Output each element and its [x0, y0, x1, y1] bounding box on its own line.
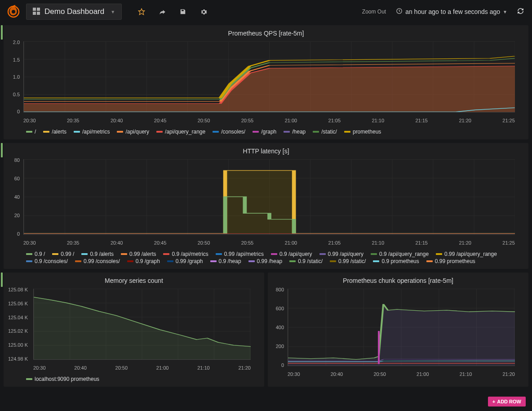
legend-item[interactable]: /alerts [43, 129, 66, 135]
axis-tick: 125.00 K [4, 342, 28, 348]
save-button[interactable] [176, 4, 190, 19]
legend-item[interactable]: 0.9 /api/query_range [371, 251, 429, 257]
axis-tick: 20:50 [115, 365, 128, 371]
legend-label: 0.9 /graph [136, 258, 160, 264]
legend-swatch [216, 253, 222, 255]
legend-item[interactable]: 0.99 /consoles/ [75, 258, 120, 264]
axis-tick: 21:15 [415, 118, 428, 123]
legend-item[interactable]: 0.99 / [52, 251, 74, 257]
axis-tick: 20:35 [67, 118, 80, 123]
legend-item[interactable]: 0.9 /static/ [289, 258, 323, 264]
legend-item[interactable]: 0.9 /alerts [81, 251, 114, 257]
grafana-logo[interactable] [4, 3, 22, 21]
legend-item[interactable]: 0.99 /static/ [330, 258, 366, 264]
legend-item[interactable]: /api/query_range [156, 129, 205, 135]
legend-swatch [319, 253, 326, 255]
dashboard-picker[interactable]: Demo Dashboard ▼ [26, 4, 122, 20]
chart-area-chunk: 8006004002000 [268, 287, 528, 368]
axis-tick: 600 [268, 306, 284, 311]
nav-actions [134, 4, 211, 19]
panel-qps[interactable]: Prometheus QPS [rate-5m] 2.01.51.00.50 2… [4, 25, 528, 139]
legend-label: /heap [292, 129, 306, 135]
legend-label: /api/metrics [82, 129, 110, 135]
legend-item[interactable]: 0.99 /api/query [319, 251, 364, 257]
axis-tick: 124.98 K [4, 356, 28, 362]
legend-item[interactable]: /graph [253, 129, 276, 135]
legend-item[interactable]: 0.99 /heap [248, 258, 283, 264]
axis-tick: 21:25 [502, 240, 515, 246]
legend-item[interactable]: /api/metrics [74, 129, 110, 135]
add-row-button[interactable]: + ADD ROW [488, 397, 526, 407]
legend-swatch [213, 131, 219, 133]
axis-tick: 20:40 [331, 371, 343, 377]
legend-item[interactable]: 0.9 / [26, 251, 45, 257]
axis-tick: 125.04 K [4, 315, 28, 320]
panel-chunk[interactable]: Prometheus chunk operations [rate-5m] 80… [268, 273, 528, 387]
legend-label: /static/ [321, 129, 337, 135]
svg-point-1 [12, 10, 15, 13]
legend-item[interactable]: 0.99 /api/query_range [436, 251, 497, 257]
row-handle[interactable] [1, 143, 3, 157]
legend-item[interactable]: 0.99 /graph [167, 258, 203, 264]
panel-title: HTTP latency [s] [4, 143, 528, 157]
legend-item[interactable]: / [26, 129, 36, 135]
refresh-button[interactable] [514, 8, 528, 16]
time-range-label: an hour ago to a few seconds ago [405, 8, 500, 15]
legend-item[interactable]: prometheus [344, 129, 381, 135]
axis-tick: 21:20 [502, 371, 515, 377]
star-button[interactable] [134, 4, 149, 19]
panel-latency[interactable]: HTTP latency [s] 806040200 20:3020:3520:… [4, 143, 528, 269]
zoom-out-button[interactable]: Zoom Out [359, 9, 390, 15]
legend-swatch [248, 260, 255, 262]
panel-memory[interactable]: Memory series count 125.08 K125.06 K125.… [4, 273, 264, 387]
legend-item[interactable]: 0.9 /api/query [271, 251, 312, 257]
chevron-down-icon: ▼ [503, 9, 507, 14]
time-range-picker[interactable]: an hour ago to a few seconds ago ▼ [393, 8, 510, 16]
legend-item[interactable]: /consoles/ [213, 129, 245, 135]
legend-item[interactable]: 0.99 prometheus [426, 258, 475, 264]
legend-label: 0.99 / [61, 251, 74, 257]
legend-item[interactable]: /heap [284, 129, 306, 135]
legend-item[interactable]: 0.9 /heap [210, 258, 241, 264]
plot-memory[interactable] [33, 289, 251, 360]
legend-label: 0.99 prometheus [435, 258, 475, 264]
legend-chunk [268, 380, 528, 387]
legend-swatch [436, 253, 442, 255]
share-button[interactable] [155, 4, 169, 19]
legend-label: 0.99 /consoles/ [84, 258, 120, 264]
legend-item[interactable]: 0.99 /api/metrics [216, 251, 264, 257]
legend-label: 0.9 /api/query_range [379, 251, 429, 257]
legend-swatch [156, 131, 163, 133]
chart-area-latency: 806040200 [4, 157, 528, 237]
legend-swatch [43, 131, 49, 133]
legend-label: 0.99 /api/metrics [224, 251, 264, 257]
legend-swatch [163, 253, 169, 255]
plot-qps[interactable] [23, 41, 515, 112]
legend-item[interactable]: 0.99 /alerts [121, 251, 156, 257]
legend-label: /api/query_range [165, 129, 205, 135]
legend-swatch [117, 131, 123, 133]
legend-item[interactable]: 0.9 prometheus [373, 258, 419, 264]
plot-chunk[interactable] [288, 289, 515, 366]
legend-qps: //alerts/api/metrics/api/query/api/query… [4, 126, 528, 139]
dashboard-title: Demo Dashboard [44, 7, 104, 16]
legend-item[interactable]: 0.9 /api/metrics [163, 251, 208, 257]
legend-item[interactable]: /static/ [313, 129, 337, 135]
row-handle[interactable] [1, 273, 3, 287]
legend-item[interactable]: 0.9 /consoles/ [26, 258, 68, 264]
legend-item[interactable]: localhost:9090 prometheus [26, 376, 99, 382]
svg-marker-6 [138, 9, 144, 14]
legend-item[interactable]: /api/query [117, 129, 149, 135]
settings-button[interactable] [196, 4, 211, 19]
axis-tick: 21:00 [285, 240, 297, 246]
plot-latency[interactable] [23, 159, 515, 235]
add-row-label: ADD ROW [497, 399, 521, 404]
legend-label: 0.99 /heap [257, 258, 283, 264]
row-handle[interactable] [1, 25, 3, 40]
legend-label: /graph [261, 129, 276, 135]
svg-rect-3 [37, 8, 40, 11]
legend-swatch [52, 253, 58, 255]
panel-title: Prometheus QPS [rate-5m] [4, 25, 528, 40]
legend-label: 0.99 /static/ [338, 258, 366, 264]
legend-item[interactable]: 0.9 /graph [127, 258, 160, 264]
